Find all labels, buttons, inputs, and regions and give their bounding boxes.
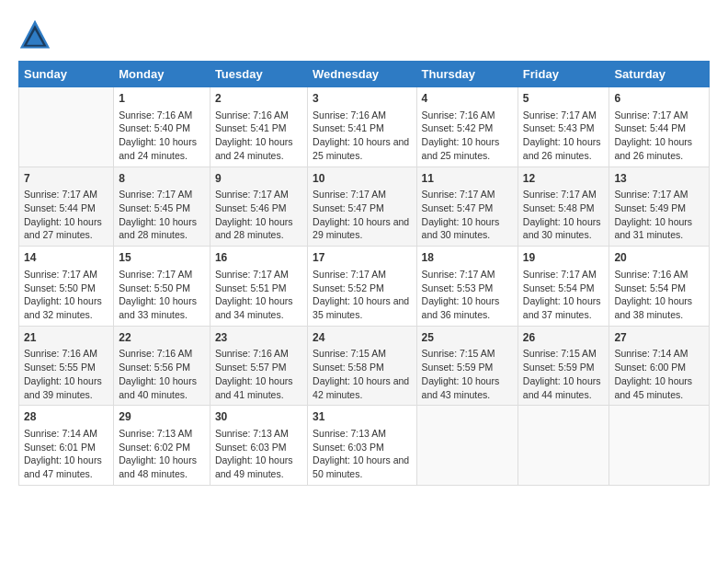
day-number: 20 xyxy=(614,250,704,266)
daylight: Daylight: 10 hours and 30 minutes. xyxy=(523,215,605,242)
sunset: Sunset: 5:40 PM xyxy=(119,121,205,135)
calendar-table: SundayMondayTuesdayWednesdayThursdayFrid… xyxy=(18,61,710,486)
col-header-thursday: Thursday xyxy=(416,62,518,87)
calendar-cell: 5Sunrise: 7:17 AMSunset: 5:43 PMDaylight… xyxy=(518,87,609,167)
daylight: Daylight: 10 hours and 38 minutes. xyxy=(614,294,704,321)
day-number: 12 xyxy=(523,171,605,187)
calendar-cell: 1Sunrise: 7:16 AMSunset: 5:40 PMDaylight… xyxy=(114,87,210,167)
sunset: Sunset: 6:00 PM xyxy=(614,361,704,374)
sunset: Sunset: 5:45 PM xyxy=(119,201,205,215)
sunset: Sunset: 5:46 PM xyxy=(215,201,302,215)
sunrise: Sunrise: 7:16 AM xyxy=(119,109,205,122)
daylight: Daylight: 10 hours and 25 minutes. xyxy=(422,135,513,162)
calendar-cell: 25Sunrise: 7:15 AMSunset: 5:59 PMDayligh… xyxy=(416,326,518,406)
daylight: Daylight: 10 hours and 35 minutes. xyxy=(313,294,411,321)
calendar-cell: 31Sunrise: 7:13 AMSunset: 6:03 PMDayligh… xyxy=(308,406,416,486)
sunset: Sunset: 5:42 PM xyxy=(422,121,513,135)
sunset: Sunset: 6:01 PM xyxy=(24,441,108,454)
sunset: Sunset: 5:50 PM xyxy=(119,282,205,295)
calendar-cell: 20Sunrise: 7:16 AMSunset: 5:54 PMDayligh… xyxy=(609,247,710,327)
calendar-row: 28Sunrise: 7:14 AMSunset: 6:01 PMDayligh… xyxy=(19,406,710,486)
day-number: 28 xyxy=(24,409,108,425)
sunrise: Sunrise: 7:16 AM xyxy=(215,109,302,122)
sunset: Sunset: 5:54 PM xyxy=(523,282,605,295)
day-number: 30 xyxy=(215,409,302,425)
sunrise: Sunrise: 7:17 AM xyxy=(313,188,411,201)
sunrise: Sunrise: 7:16 AM xyxy=(119,347,205,361)
page-header xyxy=(18,18,710,52)
calendar-cell: 17Sunrise: 7:17 AMSunset: 5:52 PMDayligh… xyxy=(308,247,416,327)
sunrise: Sunrise: 7:15 AM xyxy=(313,347,411,361)
day-number: 2 xyxy=(215,91,302,107)
sunset: Sunset: 5:47 PM xyxy=(313,201,411,215)
calendar-cell: 15Sunrise: 7:17 AMSunset: 5:50 PMDayligh… xyxy=(114,247,210,327)
day-number: 26 xyxy=(523,330,605,346)
col-header-friday: Friday xyxy=(518,62,609,87)
sunrise: Sunrise: 7:16 AM xyxy=(24,347,108,361)
calendar-row: 21Sunrise: 7:16 AMSunset: 5:55 PMDayligh… xyxy=(19,326,710,406)
day-number: 23 xyxy=(215,330,302,346)
daylight: Daylight: 10 hours and 27 minutes. xyxy=(24,215,108,242)
calendar-cell: 26Sunrise: 7:15 AMSunset: 5:59 PMDayligh… xyxy=(518,326,609,406)
day-number: 10 xyxy=(313,171,411,187)
sunrise: Sunrise: 7:16 AM xyxy=(313,109,411,122)
sunrise: Sunrise: 7:17 AM xyxy=(422,268,513,282)
daylight: Daylight: 10 hours and 26 minutes. xyxy=(614,135,704,162)
col-header-sunday: Sunday xyxy=(19,62,114,87)
sunrise: Sunrise: 7:16 AM xyxy=(215,347,302,361)
calendar-cell: 19Sunrise: 7:17 AMSunset: 5:54 PMDayligh… xyxy=(518,247,609,327)
calendar-cell: 14Sunrise: 7:17 AMSunset: 5:50 PMDayligh… xyxy=(19,247,114,327)
daylight: Daylight: 10 hours and 45 minutes. xyxy=(614,374,704,401)
daylight: Daylight: 10 hours and 43 minutes. xyxy=(422,374,513,401)
day-number: 5 xyxy=(523,91,605,107)
calendar-cell: 8Sunrise: 7:17 AMSunset: 5:45 PMDaylight… xyxy=(114,167,210,247)
day-number: 19 xyxy=(523,250,605,266)
day-number: 13 xyxy=(614,171,704,187)
calendar-cell: 6Sunrise: 7:17 AMSunset: 5:44 PMDaylight… xyxy=(609,87,710,167)
day-number: 21 xyxy=(24,330,108,346)
sunrise: Sunrise: 7:17 AM xyxy=(215,268,302,282)
day-number: 7 xyxy=(24,171,108,187)
day-number: 22 xyxy=(119,330,205,346)
daylight: Daylight: 10 hours and 28 minutes. xyxy=(215,215,302,242)
sunset: Sunset: 5:44 PM xyxy=(614,121,704,135)
daylight: Daylight: 10 hours and 47 minutes. xyxy=(24,454,108,480)
day-number: 6 xyxy=(614,91,704,107)
daylight: Daylight: 10 hours and 31 minutes. xyxy=(614,215,704,242)
sunrise: Sunrise: 7:17 AM xyxy=(523,109,605,122)
sunset: Sunset: 5:51 PM xyxy=(215,282,302,295)
sunset: Sunset: 5:59 PM xyxy=(422,361,513,374)
day-number: 1 xyxy=(119,91,205,107)
day-number: 11 xyxy=(422,171,513,187)
day-number: 24 xyxy=(313,330,411,346)
calendar-cell: 7Sunrise: 7:17 AMSunset: 5:44 PMDaylight… xyxy=(19,167,114,247)
day-number: 18 xyxy=(422,250,513,266)
daylight: Daylight: 10 hours and 44 minutes. xyxy=(523,374,605,401)
sunrise: Sunrise: 7:14 AM xyxy=(614,347,704,361)
sunrise: Sunrise: 7:17 AM xyxy=(523,188,605,201)
sunrise: Sunrise: 7:15 AM xyxy=(422,347,513,361)
sunset: Sunset: 5:57 PM xyxy=(215,361,302,374)
sunset: Sunset: 6:03 PM xyxy=(313,441,411,454)
sunrise: Sunrise: 7:17 AM xyxy=(215,188,302,201)
daylight: Daylight: 10 hours and 26 minutes. xyxy=(523,135,605,162)
sunrise: Sunrise: 7:13 AM xyxy=(215,427,302,441)
day-number: 14 xyxy=(24,250,108,266)
daylight: Daylight: 10 hours and 40 minutes. xyxy=(119,374,205,401)
daylight: Daylight: 10 hours and 48 minutes. xyxy=(119,454,205,480)
sunset: Sunset: 5:55 PM xyxy=(24,361,108,374)
day-number: 16 xyxy=(215,250,302,266)
sunrise: Sunrise: 7:17 AM xyxy=(24,188,108,201)
calendar-cell: 16Sunrise: 7:17 AMSunset: 5:51 PMDayligh… xyxy=(210,247,307,327)
sunrise: Sunrise: 7:17 AM xyxy=(614,109,704,122)
sunset: Sunset: 5:47 PM xyxy=(422,201,513,215)
calendar-cell: 22Sunrise: 7:16 AMSunset: 5:56 PMDayligh… xyxy=(114,326,210,406)
daylight: Daylight: 10 hours and 42 minutes. xyxy=(313,374,411,401)
daylight: Daylight: 10 hours and 37 minutes. xyxy=(523,294,605,321)
sunset: Sunset: 6:02 PM xyxy=(119,441,205,454)
sunrise: Sunrise: 7:17 AM xyxy=(119,268,205,282)
calendar-cell: 12Sunrise: 7:17 AMSunset: 5:48 PMDayligh… xyxy=(518,167,609,247)
calendar-cell: 18Sunrise: 7:17 AMSunset: 5:53 PMDayligh… xyxy=(416,247,518,327)
daylight: Daylight: 10 hours and 50 minutes. xyxy=(313,454,411,480)
sunset: Sunset: 5:50 PM xyxy=(24,282,108,295)
